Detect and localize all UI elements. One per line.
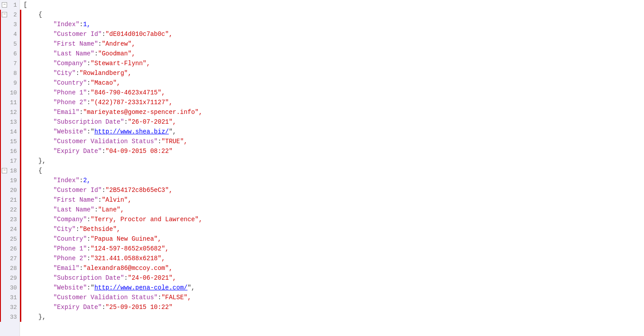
line-number-row: 22 [0,205,20,215]
colon: : [102,304,105,311]
colon: : [98,40,102,47]
indent-space [24,40,53,47]
json-key: "Subscription Date" [53,118,124,125]
line-number-row: 6 [0,49,20,59]
line-number: 15 [8,138,17,145]
fold-indicator [20,224,21,234]
colon: : [94,50,98,57]
line-number-row: 31 [0,293,20,302]
json-string-value: "Macao", [90,79,120,86]
json-key: "Subscription Date" [53,274,124,281]
fold-bar [0,273,1,283]
colon: : [79,177,83,184]
code-line: "Phone 1": "124-597-8652x05682", [20,244,644,254]
indent-space [24,50,53,57]
line-number: 11 [8,99,17,106]
line-number-row: 25 [0,234,20,244]
indent-space [24,304,53,311]
colon: : [124,118,128,125]
fold-bar [0,49,1,59]
colon: : [102,148,105,155]
line-number-row: 20 [0,185,20,195]
colon: : [87,255,90,262]
collapse-button[interactable]: − [2,168,7,173]
json-string-value: "Goodman", [98,50,135,57]
json-number-value: 2, [83,177,90,184]
indent-space [24,21,53,28]
json-string-value: "26-07-2021", [128,118,176,125]
line-number-row: −1 [0,0,20,10]
collapse-button[interactable]: − [2,12,7,17]
line-number: 3 [8,21,17,28]
indent-space [24,167,39,174]
code-area[interactable]: [ { "Index": 1, "Customer Id": "dE014d01… [20,0,644,336]
code-line: "Country": "Papua New Guinea", [20,234,644,244]
fold-indicator [20,68,21,78]
line-number-row: 19 [0,176,20,185]
json-link-value[interactable]: http://www.shea.biz/ [94,128,169,135]
line-number: 5 [8,41,17,47]
json-link-value[interactable]: http://www.pena-cole.com/ [94,284,188,291]
indent-space [24,235,53,242]
line-number: 33 [8,314,17,320]
line-number: 31 [8,294,17,301]
line-number-row: 26 [0,244,20,254]
indent-space [24,157,39,164]
line-number-row: 14 [0,127,20,137]
colon: : [76,70,79,77]
fold-bar [0,166,1,176]
line-numbers-panel: −1−234567891011121314151617−181920212223… [0,0,20,336]
line-number-row: 4 [0,29,20,39]
fold-bar [0,234,1,244]
json-string-value: "Rowlandberg", [79,70,132,77]
line-number: 4 [8,31,17,38]
json-string-value: "04-09-2015 08:22" [106,148,173,155]
indent-space [24,196,53,203]
line-number-row: 27 [0,254,20,263]
fold-bar [0,20,1,29]
fold-bar [0,205,1,215]
json-string-value: "124-597-8652x05682", [90,245,169,252]
json-bracket: { [39,167,42,174]
line-number-row: 28 [0,263,20,273]
open-quote: " [90,128,94,135]
line-number: 16 [8,148,17,155]
fold-bar [0,215,1,224]
code-line: "Last Name": "Lane", [20,205,644,215]
code-line: "Company": "Terry, Proctor and Lawrence"… [20,215,644,224]
code-line: "Customer Validation Status": "FALSE", [20,293,644,302]
line-number-row: −2 [0,10,20,20]
indent-space [24,109,53,116]
code-line: { [20,166,644,176]
collapse-button[interactable]: − [2,2,7,8]
code-line: "Phone 2": "(422)787-2331x71127", [20,98,644,107]
fold-bar [0,244,1,254]
json-key: "Expiry Date" [53,304,102,311]
fold-indicator [20,10,21,20]
colon: : [87,284,90,291]
json-string-value: "alexandra86@mccoy.com", [83,265,173,272]
line-number: 18 [8,168,17,174]
line-number-row: 15 [0,137,20,146]
line-number: 25 [8,236,17,242]
line-number: 27 [8,255,17,262]
fold-indicator [20,137,21,146]
code-line: [ [20,0,644,10]
line-number: 1 [8,2,17,8]
line-number-row: 12 [0,107,20,117]
line-number: 32 [8,304,17,311]
json-string-value: "marieyates@gomez-spencer.info", [83,109,202,116]
json-string-value: "321.441.0588x6218", [90,255,165,262]
colon: : [79,109,83,116]
code-line: "Email": "marieyates@gomez-spencer.info"… [20,107,644,117]
fold-indicator [20,156,21,166]
fold-bar [0,29,1,39]
fold-indicator [20,215,21,224]
code-line: "Expiry Date": "04-09-2015 08:22" [20,146,644,156]
indent-space [24,177,53,184]
indent-space [24,118,53,125]
indent-space [24,216,53,223]
json-key: "Expiry Date" [53,148,102,155]
fold-bar [0,302,1,312]
indent-space [24,79,53,86]
